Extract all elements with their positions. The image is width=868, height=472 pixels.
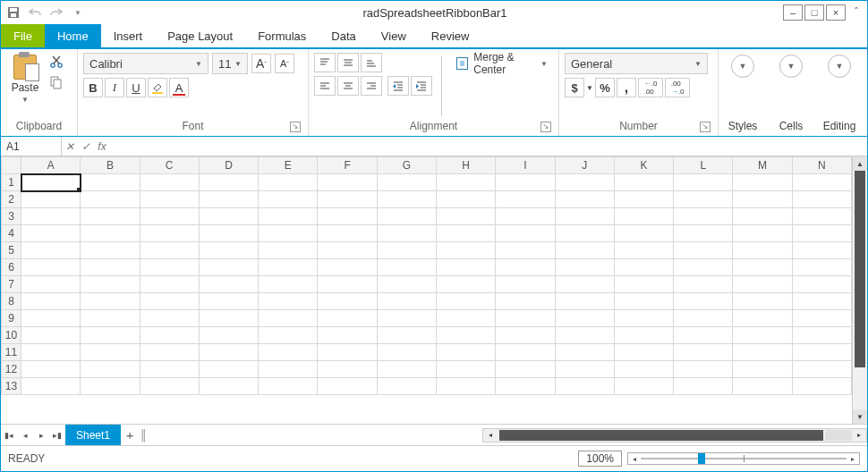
qat-dropdown-icon[interactable]: ▼ [69, 4, 87, 21]
zoom-value[interactable]: 100% [578, 451, 622, 467]
slider-thumb[interactable] [698, 453, 705, 464]
cell[interactable] [496, 174, 555, 191]
sheet-nav-last-icon[interactable]: ▸▮ [49, 425, 65, 445]
save-icon[interactable] [4, 4, 22, 21]
col-header[interactable]: A [21, 157, 81, 174]
row-header[interactable]: 9 [2, 310, 21, 327]
cell[interactable] [733, 174, 792, 191]
align-right-button[interactable] [361, 76, 382, 96]
col-header[interactable]: N [792, 157, 851, 174]
row-header[interactable]: 5 [2, 242, 21, 259]
spreadsheet-grid[interactable]: A B C D E F G H I J K L M N 1 2 3 4 5 6 … [1, 156, 852, 395]
fx-button[interactable]: fx [94, 137, 110, 156]
shrink-font-button[interactable]: Aˇ [275, 54, 294, 73]
sheet-nav-prev-icon[interactable]: ◂ [17, 425, 33, 445]
col-header[interactable]: I [496, 157, 555, 174]
cell[interactable] [140, 174, 199, 191]
cell[interactable] [436, 174, 495, 191]
tab-data[interactable]: Data [319, 24, 368, 47]
name-box[interactable]: A1 [1, 137, 62, 156]
scroll-down-icon[interactable]: ▼ [853, 409, 867, 424]
align-top-button[interactable] [314, 53, 336, 72]
add-sheet-button[interactable]: + [121, 427, 139, 442]
scroll-thumb[interactable] [499, 430, 823, 441]
collapse-ribbon-icon[interactable]: ˆ [849, 6, 864, 19]
cancel-formula-button[interactable]: ✕ [62, 137, 78, 156]
row-header[interactable]: 6 [2, 259, 21, 276]
currency-button[interactable]: $ [565, 78, 584, 97]
vertical-scrollbar[interactable]: ▲ ▼ [852, 156, 867, 424]
tab-view[interactable]: View [369, 24, 419, 47]
copy-button[interactable] [49, 75, 64, 92]
cell[interactable] [259, 174, 318, 191]
tab-page-layout[interactable]: Page Layout [155, 24, 245, 47]
align-middle-button[interactable] [337, 53, 359, 72]
col-header[interactable]: M [733, 157, 792, 174]
fill-color-button[interactable] [148, 78, 167, 97]
tab-home[interactable]: Home [45, 24, 101, 47]
cell[interactable] [199, 174, 258, 191]
sheet-nav-next-icon[interactable]: ▸ [33, 425, 49, 445]
cells-button[interactable]: ▼ [779, 55, 803, 78]
underline-button[interactable]: U [126, 78, 146, 97]
cell[interactable] [792, 174, 851, 191]
alignment-dialog-launcher-icon[interactable]: ↘ [540, 122, 551, 132]
font-family-combo[interactable]: Calibri▼ [83, 53, 208, 74]
zoom-out-icon[interactable]: ◂ [628, 455, 641, 463]
paste-button[interactable]: Paste ▼ [6, 53, 44, 104]
align-bottom-button[interactable] [361, 53, 382, 72]
font-color-button[interactable]: A [169, 78, 189, 97]
font-dialog-launcher-icon[interactable]: ↘ [290, 122, 301, 132]
tab-formulas[interactable]: Formulas [245, 24, 319, 47]
horizontal-scrollbar[interactable]: ◂ ▸ [482, 428, 867, 442]
col-header[interactable]: F [318, 157, 377, 174]
col-header[interactable]: B [81, 157, 140, 174]
increase-indent-button[interactable] [411, 76, 432, 96]
align-center-button[interactable] [337, 76, 359, 96]
undo-icon[interactable] [26, 4, 44, 21]
number-format-combo[interactable]: General▼ [565, 53, 708, 74]
increase-decimal-button[interactable]: ←.0.00 [638, 78, 663, 97]
row-header[interactable]: 1 [2, 174, 21, 191]
close-button[interactable]: × [826, 4, 846, 21]
styles-button[interactable]: ▼ [731, 55, 754, 78]
maximize-button[interactable]: □ [804, 4, 824, 21]
zoom-slider[interactable]: ◂ ▸ [627, 452, 860, 465]
sheet-nav-first-icon[interactable]: ▮◂ [1, 425, 17, 445]
col-header[interactable]: L [674, 157, 733, 174]
grow-font-button[interactable]: Aˆ [251, 54, 271, 73]
minimize-button[interactable]: – [783, 4, 803, 21]
scroll-right-icon[interactable]: ▸ [852, 431, 866, 439]
decrease-indent-button[interactable] [387, 76, 409, 96]
cell[interactable] [614, 174, 673, 191]
redo-icon[interactable] [47, 4, 65, 21]
formula-input[interactable] [110, 137, 867, 156]
editing-button[interactable]: ▼ [828, 55, 851, 78]
col-header[interactable]: C [140, 157, 199, 174]
comma-button[interactable]: , [617, 78, 636, 97]
row-header[interactable]: 3 [2, 208, 21, 225]
accept-formula-button[interactable]: ✓ [78, 137, 94, 156]
row-header[interactable]: 10 [2, 327, 21, 344]
cell[interactable] [318, 174, 377, 191]
bold-button[interactable]: B [83, 78, 103, 97]
col-header[interactable]: G [377, 157, 436, 174]
cell[interactable] [674, 174, 733, 191]
number-dialog-launcher-icon[interactable]: ↘ [700, 122, 711, 132]
row-header[interactable]: 12 [2, 361, 21, 378]
splitter-icon[interactable]: ║ [139, 429, 148, 442]
scroll-left-icon[interactable]: ◂ [483, 431, 498, 439]
row-header[interactable]: 7 [2, 276, 21, 293]
scroll-up-icon[interactable]: ▲ [853, 156, 867, 171]
row-header[interactable]: 2 [2, 191, 21, 208]
percent-button[interactable]: % [595, 78, 615, 97]
cut-button[interactable] [49, 55, 64, 72]
cell[interactable] [377, 174, 436, 191]
col-header[interactable]: K [614, 157, 673, 174]
col-header[interactable]: J [555, 157, 614, 174]
row-header[interactable]: 8 [2, 293, 21, 310]
tab-file[interactable]: File [1, 24, 45, 47]
cell[interactable] [555, 174, 614, 191]
decrease-decimal-button[interactable]: .00→.0 [665, 78, 690, 97]
font-size-combo[interactable]: 11▼ [212, 53, 248, 74]
